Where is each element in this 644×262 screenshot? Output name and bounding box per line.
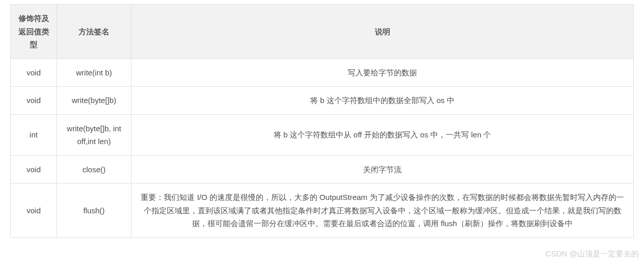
table-row: void close() 关闭字节流 bbox=[11, 155, 634, 184]
cell-signature: write(int b) bbox=[57, 58, 131, 87]
cell-description: 重要：我们知道 I/O 的速度是很慢的，所以，大多的 OutputStream … bbox=[131, 184, 634, 238]
cell-return-type: void bbox=[11, 184, 57, 238]
cell-description: 将 b 这个字符数组中的数据全部写入 os 中 bbox=[131, 87, 634, 115]
cell-description: 将 b 这个字符数组中从 off 开始的数据写入 os 中，一共写 len 个 bbox=[131, 114, 634, 155]
cell-return-type: int bbox=[11, 114, 57, 155]
cell-return-type: void bbox=[11, 155, 57, 184]
cell-description: 写入要给字节的数据 bbox=[131, 58, 634, 87]
cell-signature: write(byte[]b, int off,int len) bbox=[57, 114, 131, 155]
table-row: void write(byte[]b) 将 b 这个字符数组中的数据全部写入 o… bbox=[11, 87, 634, 115]
header-signature: 方法签名 bbox=[57, 5, 131, 59]
table-row: void flush() 重要：我们知道 I/O 的速度是很慢的，所以，大多的 … bbox=[11, 184, 634, 238]
cell-description: 关闭字节流 bbox=[131, 155, 634, 184]
table-row: void write(int b) 写入要给字节的数据 bbox=[11, 58, 634, 87]
header-description: 说明 bbox=[131, 5, 634, 59]
cell-signature: write(byte[]b) bbox=[57, 87, 131, 115]
cell-return-type: void bbox=[11, 58, 57, 87]
header-return-type: 修饰符及返回值类型 bbox=[11, 5, 57, 59]
table-header-row: 修饰符及返回值类型 方法签名 说明 bbox=[11, 5, 634, 59]
cell-return-type: void bbox=[11, 87, 57, 115]
cell-signature: close() bbox=[57, 155, 131, 184]
table-row: int write(byte[]b, int off,int len) 将 b … bbox=[11, 114, 634, 155]
cell-signature: flush() bbox=[57, 184, 131, 238]
method-table: 修饰符及返回值类型 方法签名 说明 void write(int b) 写入要给… bbox=[10, 4, 634, 238]
